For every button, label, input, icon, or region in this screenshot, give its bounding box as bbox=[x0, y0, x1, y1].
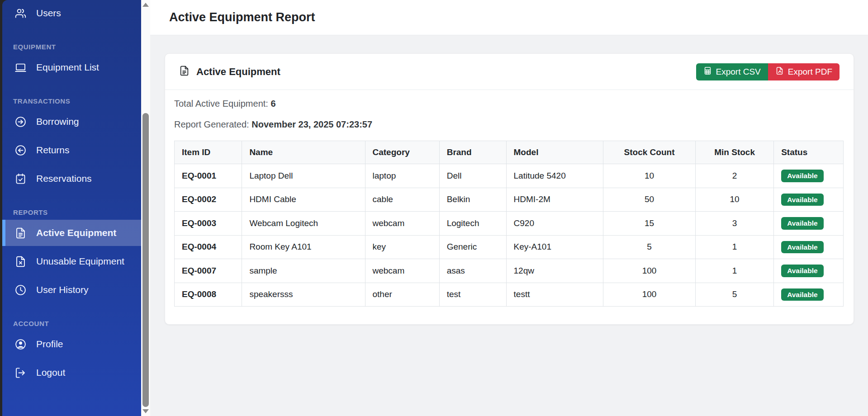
person-circle-icon bbox=[14, 338, 27, 350]
cell-item-id: EQ-0001 bbox=[175, 164, 242, 188]
cell-model: HDMI-2M bbox=[506, 188, 603, 212]
cell-min-stock: 1 bbox=[696, 259, 774, 283]
page-header: Active Equipment Report bbox=[150, 0, 868, 35]
cell-category: other bbox=[365, 283, 439, 307]
cell-brand: Belkin bbox=[439, 188, 506, 212]
content-area: Active Equipment Export CSV Export PDF bbox=[150, 35, 868, 416]
file-spreadsheet-icon bbox=[703, 66, 712, 77]
card-header: Active Equipment Export CSV Export PDF bbox=[165, 54, 854, 90]
sidebar-scrollbar[interactable] bbox=[141, 0, 150, 416]
column-header-brand: Brand bbox=[439, 141, 506, 164]
table-row: EQ-0004Room Key A101keyGenericKey-A10151… bbox=[175, 235, 844, 259]
logout-icon bbox=[14, 366, 27, 379]
laptop-icon bbox=[14, 61, 27, 74]
column-header-item-id: Item ID bbox=[175, 141, 242, 164]
file-x-icon bbox=[14, 255, 27, 268]
cell-brand: test bbox=[439, 283, 506, 307]
cell-status: Available bbox=[774, 235, 844, 259]
cell-model: Latitude 5420 bbox=[506, 164, 603, 188]
cell-status: Available bbox=[774, 188, 844, 212]
card-title: Active Equipment bbox=[196, 66, 280, 78]
sidebar-item-label: User History bbox=[36, 284, 89, 295]
table-row: EQ-0001Laptop DelllaptopDellLatitude 542… bbox=[175, 164, 844, 188]
sidebar-item-label: Reservations bbox=[36, 173, 92, 184]
sidebar-item-label: Logout bbox=[36, 367, 65, 378]
file-pdf-icon bbox=[775, 66, 784, 77]
column-header-category: Category bbox=[365, 141, 439, 164]
cell-stock-count: 10 bbox=[603, 164, 696, 188]
export-csv-label: Export CSV bbox=[716, 67, 761, 77]
cell-name: HDMI Cable bbox=[242, 188, 365, 212]
scroll-up-arrow-icon[interactable] bbox=[142, 3, 149, 7]
clock-history-icon bbox=[14, 284, 27, 296]
sidebar-item-equipment-list[interactable]: Equipment List bbox=[2, 54, 141, 80]
cell-status: Available bbox=[774, 283, 844, 307]
cell-status: Available bbox=[774, 164, 844, 188]
column-header-name: Name bbox=[242, 141, 365, 164]
table-row: EQ-0003Webcam LogitechwebcamLogitechC920… bbox=[175, 212, 844, 236]
sidebar-item-label: Borrowing bbox=[36, 116, 79, 127]
file-text-icon bbox=[14, 227, 27, 239]
cell-item-id: EQ-0008 bbox=[175, 283, 242, 307]
table-row: EQ-0007samplewebcamasas12qw1001Available bbox=[175, 259, 844, 283]
cell-stock-count: 5 bbox=[603, 235, 696, 259]
cell-min-stock: 3 bbox=[696, 212, 774, 236]
sidebar-item-borrowing[interactable]: Borrowing bbox=[2, 109, 141, 135]
report-card: Active Equipment Export CSV Export PDF bbox=[165, 53, 854, 325]
calendar-check-icon bbox=[14, 172, 27, 185]
total-equipment-line: Total Active Equipment: 6 bbox=[174, 99, 844, 109]
sidebar: UsersEQUIPMENTEquipment ListTRANSACTIONS… bbox=[2, 0, 141, 416]
cell-brand: Dell bbox=[439, 164, 506, 188]
equipment-table: Item IDNameCategoryBrandModelStock Count… bbox=[174, 141, 844, 307]
file-text-icon bbox=[179, 65, 190, 78]
cell-name: sample bbox=[242, 259, 365, 283]
export-button-group: Export CSV Export PDF bbox=[696, 63, 840, 80]
sidebar-item-logout[interactable]: Logout bbox=[2, 359, 141, 386]
sidebar-item-profile[interactable]: Profile bbox=[2, 331, 141, 357]
cell-item-id: EQ-0004 bbox=[175, 235, 242, 259]
export-pdf-button[interactable]: Export PDF bbox=[768, 63, 840, 80]
cell-min-stock: 1 bbox=[696, 235, 774, 259]
sidebar-item-label: Equipment List bbox=[36, 62, 99, 73]
column-header-min-stock: Min Stock bbox=[696, 141, 774, 164]
cell-min-stock: 10 bbox=[696, 188, 774, 212]
arrow-left-circle-icon bbox=[14, 144, 27, 156]
cell-name: Webcam Logitech bbox=[242, 212, 365, 236]
cell-model: testt bbox=[506, 283, 603, 307]
section-header-equipment: EQUIPMENT bbox=[2, 42, 141, 52]
sidebar-item-unusable-equipment[interactable]: Unusable Equipment bbox=[2, 248, 141, 274]
sidebar-item-user-history[interactable]: User History bbox=[2, 277, 141, 303]
cell-category: key bbox=[365, 235, 439, 259]
cell-name: speakersss bbox=[242, 283, 365, 307]
sidebar-item-users[interactable]: Users bbox=[2, 0, 141, 26]
scrollbar-thumb[interactable] bbox=[142, 113, 149, 407]
cell-status: Available bbox=[774, 259, 844, 283]
status-badge: Available bbox=[781, 194, 824, 206]
cell-brand: Logitech bbox=[439, 212, 506, 236]
scroll-down-arrow-icon[interactable] bbox=[142, 409, 149, 413]
cell-name: Laptop Dell bbox=[242, 164, 365, 188]
cell-category: laptop bbox=[365, 164, 439, 188]
column-header-model: Model bbox=[506, 141, 603, 164]
cell-model: Key-A101 bbox=[506, 235, 603, 259]
report-generated-label: Report Generated: bbox=[174, 119, 249, 129]
sidebar-item-active-equipment[interactable]: Active Equipment bbox=[2, 220, 141, 246]
cell-min-stock: 2 bbox=[696, 164, 774, 188]
sidebar-item-returns[interactable]: Returns bbox=[2, 137, 141, 163]
arrow-right-circle-icon bbox=[14, 115, 27, 128]
cell-brand: Generic bbox=[439, 235, 506, 259]
export-csv-button[interactable]: Export CSV bbox=[696, 63, 768, 80]
main-area: Active Equipment Report Active Equipment… bbox=[150, 0, 868, 416]
sidebar-item-label: Users bbox=[36, 8, 61, 19]
report-generated-line: Report Generated: November 23, 2025 07:2… bbox=[174, 119, 844, 130]
cell-category: cable bbox=[365, 188, 439, 212]
status-badge: Available bbox=[781, 217, 824, 230]
app-window: UsersEQUIPMENTEquipment ListTRANSACTIONS… bbox=[2, 0, 868, 416]
cell-min-stock: 5 bbox=[696, 283, 774, 307]
cell-stock-count: 15 bbox=[603, 212, 696, 236]
total-equipment-label: Total Active Equipment: bbox=[174, 99, 268, 109]
section-header-transactions: TRANSACTIONS bbox=[2, 96, 141, 106]
cell-status: Available bbox=[774, 212, 844, 236]
sidebar-item-reservations[interactable]: Reservations bbox=[2, 165, 141, 192]
status-badge: Available bbox=[781, 288, 824, 301]
